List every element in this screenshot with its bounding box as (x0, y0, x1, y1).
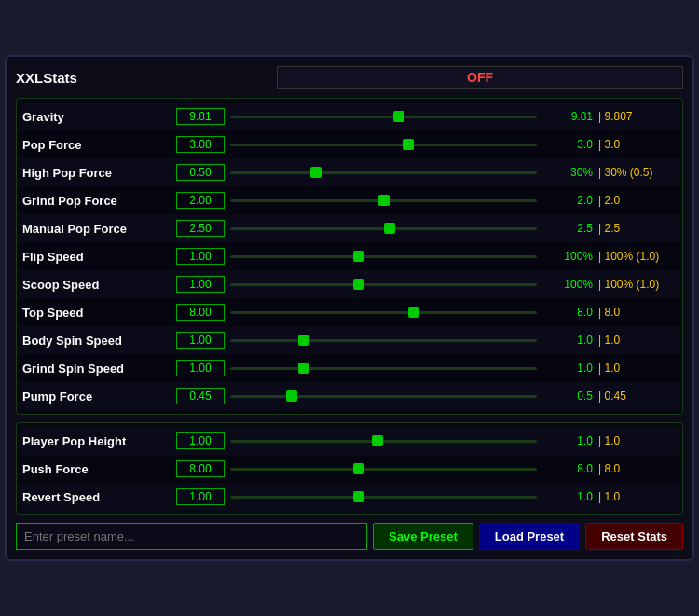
stat-default-value: | 3.0 (593, 138, 677, 151)
stat-default-value: | 100% (1.0) (593, 250, 677, 263)
stat-default-value: | 1.0 (593, 490, 677, 503)
preset-name-input[interactable] (16, 523, 367, 550)
stat-value-input[interactable] (176, 304, 225, 321)
stat-label: Flip Speed (22, 250, 176, 264)
slider-container (230, 192, 537, 209)
slider-container (230, 136, 537, 153)
slider-container (230, 332, 537, 349)
stat-default-value: | 8.0 (593, 306, 677, 319)
stat-display-value: 9.81 (544, 110, 593, 123)
slider-container (230, 432, 537, 449)
stat-display-value: 1.0 (544, 434, 593, 447)
stat-label: Player Pop Height (22, 434, 176, 448)
table-row: Player Pop Height 1.0 | 1.0 (19, 427, 680, 455)
stat-display-value: 100% (544, 278, 593, 291)
table-row: Pop Force 3.0 | 3.0 (19, 130, 680, 158)
stat-display-value: 8.0 (544, 462, 593, 475)
slider-track (230, 311, 537, 314)
slider-container (230, 488, 537, 505)
slider-thumb[interactable] (393, 111, 404, 122)
stat-value-input[interactable] (176, 248, 225, 265)
slider-track (230, 255, 537, 258)
stat-value-input[interactable] (176, 276, 225, 293)
slider-track (230, 339, 537, 342)
table-row: Top Speed 8.0 | 8.0 (19, 298, 680, 326)
stat-value-input[interactable] (176, 388, 225, 404)
stat-label: Body Spin Speed (22, 334, 176, 348)
slider-thumb[interactable] (310, 167, 322, 178)
stat-default-value: | 9.807 (593, 110, 677, 123)
table-row: High Pop Force 30% | 30% (0.5) (19, 158, 680, 186)
stat-label: Top Speed (22, 306, 176, 320)
stat-value-input[interactable] (176, 108, 225, 125)
stat-label: Manual Pop Force (22, 222, 176, 236)
stat-label: Push Force (22, 462, 176, 476)
slider-track (230, 367, 537, 370)
slider-thumb[interactable] (298, 363, 309, 374)
slider-track (230, 395, 537, 398)
stat-display-value: 100% (544, 250, 593, 263)
slider-thumb[interactable] (408, 307, 419, 318)
slider-thumb[interactable] (378, 195, 390, 206)
load-preset-button[interactable]: Load Preset (479, 523, 580, 550)
stat-display-value: 1.0 (544, 490, 593, 503)
slider-thumb[interactable] (353, 279, 364, 290)
stat-default-value: | 1.0 (593, 334, 677, 347)
table-row: Body Spin Speed 1.0 | 1.0 (19, 326, 680, 354)
stat-default-value: | 1.0 (593, 362, 677, 375)
stat-value-input[interactable] (176, 432, 225, 449)
section-physics: Gravity 9.81 | 9.807 Pop Force 3.0 (16, 98, 683, 415)
stat-default-value: | 1.0 (593, 434, 677, 447)
stat-label: Grind Spin Speed (22, 362, 176, 376)
stat-label: Pop Force (22, 138, 176, 152)
slider-container (230, 276, 537, 293)
stat-value-input[interactable] (176, 360, 225, 376)
stat-display-value: 3.0 (544, 138, 593, 151)
stat-default-value: | 30% (0.5) (593, 166, 677, 179)
save-preset-button[interactable]: Save Preset (373, 523, 473, 550)
stat-value-input[interactable] (176, 220, 225, 237)
slider-track (230, 283, 537, 286)
slider-thumb[interactable] (286, 390, 297, 402)
stat-display-value: 0.5 (544, 390, 593, 403)
slider-thumb[interactable] (353, 491, 364, 502)
stat-default-value: | 0.45 (593, 390, 677, 403)
table-row: Grind Spin Speed 1.0 | 1.0 (19, 354, 680, 382)
slider-container (230, 460, 537, 477)
stat-default-value: | 2.0 (593, 194, 677, 207)
stat-value-input[interactable] (176, 488, 225, 505)
slider-track (230, 199, 537, 202)
slider-thumb[interactable] (298, 335, 309, 346)
slider-container (230, 108, 537, 125)
stat-value-input[interactable] (176, 332, 225, 349)
slider-track (230, 468, 537, 471)
stat-default-value: | 100% (1.0) (593, 278, 677, 291)
slider-track (230, 116, 537, 118)
sections-container: Gravity 9.81 | 9.807 Pop Force 3.0 (16, 98, 683, 515)
slider-track (230, 171, 537, 174)
stat-value-input[interactable] (176, 192, 225, 209)
slider-thumb[interactable] (372, 435, 383, 446)
slider-container (230, 360, 537, 376)
main-container: XXLStats OFF Gravity 9.81 | 9.807 Pop Fo… (5, 55, 694, 561)
stat-value-input[interactable] (176, 164, 225, 181)
slider-thumb[interactable] (353, 251, 364, 262)
title-row: XXLStats OFF (16, 66, 683, 92)
slider-container (230, 164, 537, 181)
slider-container (230, 304, 537, 321)
table-row: Gravity 9.81 | 9.807 (19, 103, 680, 130)
stat-label: Gravity (22, 110, 176, 124)
stat-value-input[interactable] (176, 136, 225, 153)
app-title: XXLStats (16, 70, 277, 86)
slider-thumb[interactable] (353, 463, 364, 474)
table-row: Revert Speed 1.0 | 1.0 (19, 483, 680, 511)
status-box: OFF (277, 66, 683, 89)
slider-thumb[interactable] (403, 139, 414, 150)
reset-stats-button[interactable]: Reset Stats (585, 523, 683, 550)
status-label: OFF (467, 70, 493, 85)
stat-display-value: 1.0 (544, 334, 593, 347)
stat-value-input[interactable] (176, 460, 225, 477)
slider-thumb[interactable] (384, 223, 395, 234)
stat-label: Grind Pop Force (22, 194, 176, 208)
stat-label: Revert Speed (22, 490, 176, 504)
